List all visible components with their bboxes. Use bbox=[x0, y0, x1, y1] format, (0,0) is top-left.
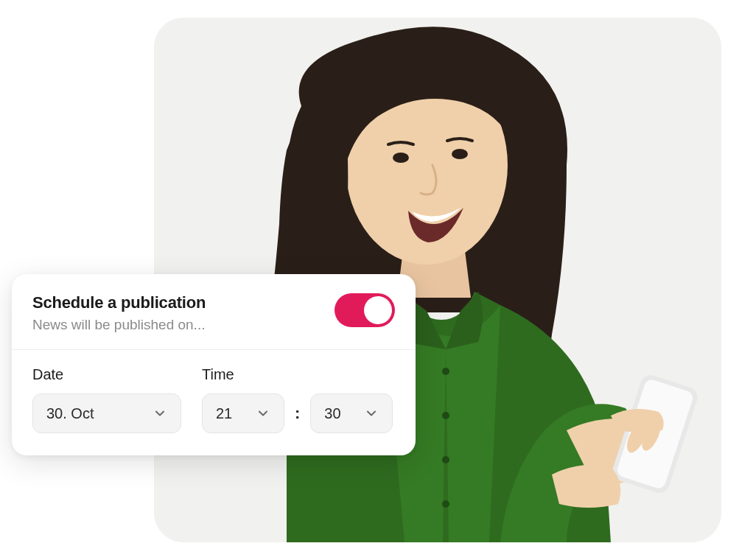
svg-point-7 bbox=[442, 500, 449, 508]
svg-point-2 bbox=[393, 153, 409, 163]
card-title: Schedule a publication bbox=[32, 293, 206, 312]
minute-value: 30 bbox=[324, 405, 340, 422]
svg-point-3 bbox=[452, 149, 468, 159]
svg-point-4 bbox=[442, 368, 449, 375]
svg-point-6 bbox=[442, 456, 449, 463]
date-label: Date bbox=[32, 366, 181, 383]
chevron-down-icon bbox=[256, 406, 270, 421]
card-body: Date 30. Oct Time 21 : 30 bbox=[12, 350, 416, 455]
date-select[interactable]: 30. Oct bbox=[32, 393, 181, 433]
chevron-down-icon bbox=[364, 406, 379, 421]
svg-point-5 bbox=[442, 412, 449, 419]
time-field-group: Time 21 : 30 bbox=[202, 366, 393, 433]
time-separator: : bbox=[295, 404, 300, 423]
time-label: Time bbox=[202, 366, 393, 383]
card-header: Schedule a publication News will be publ… bbox=[12, 274, 416, 350]
time-select-row: 21 : 30 bbox=[202, 393, 393, 433]
card-header-text: Schedule a publication News will be publ… bbox=[32, 293, 206, 333]
card-subtitle: News will be published on... bbox=[32, 317, 206, 333]
hour-select[interactable]: 21 bbox=[202, 393, 284, 433]
minute-select[interactable]: 30 bbox=[310, 393, 393, 433]
schedule-publication-card: Schedule a publication News will be publ… bbox=[12, 274, 416, 455]
date-value: 30. Oct bbox=[46, 405, 94, 422]
hour-value: 21 bbox=[216, 405, 232, 422]
date-field-group: Date 30. Oct bbox=[32, 366, 181, 433]
schedule-toggle[interactable] bbox=[335, 293, 395, 327]
chevron-down-icon bbox=[153, 406, 167, 421]
toggle-knob bbox=[364, 296, 392, 324]
